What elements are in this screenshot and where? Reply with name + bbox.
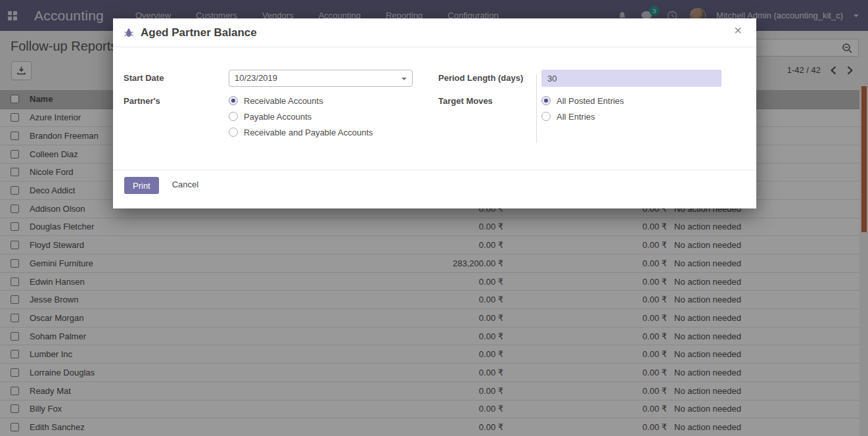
modal-body: Start Date 10/23/2019 Partner's Receivab… — [113, 47, 756, 170]
radio-icon — [229, 112, 238, 121]
bug-icon — [124, 28, 134, 38]
radio-option[interactable]: Payable Accounts — [229, 109, 428, 124]
radio-icon — [229, 96, 238, 105]
print-button[interactable]: Print — [124, 177, 159, 194]
partners-label: Partner's — [124, 93, 229, 140]
modal-footer: Print Cancel — [113, 170, 756, 208]
close-icon[interactable]: × — [730, 22, 746, 38]
radio-label: All Entries — [557, 112, 595, 122]
modal-header: Aged Partner Balance × — [113, 18, 756, 47]
radio-label: Receivable and Payable Accounts — [244, 128, 373, 137]
group-separator — [536, 74, 537, 143]
screen: Accounting Overview Customers Vendors Ac… — [0, 0, 868, 436]
radio-option[interactable]: Receivable and Payable Accounts — [229, 124, 428, 140]
chevron-down-icon — [401, 78, 407, 80]
radio-option[interactable]: All Entries — [541, 109, 746, 124]
start-date-value: 10/23/2019 — [235, 73, 277, 83]
radio-label: All Posted Entries — [557, 96, 624, 106]
radio-icon — [541, 96, 551, 105]
period-length-label: Period Length (days) — [438, 70, 541, 87]
start-date-input[interactable]: 10/23/2019 — [229, 70, 413, 87]
aged-partner-balance-dialog: Aged Partner Balance × Start Date 10/23/… — [113, 18, 756, 208]
radio-icon — [229, 128, 238, 137]
right-field-group: Period Length (days) 30 Target Moves All… — [428, 70, 746, 170]
radio-label: Payable Accounts — [244, 112, 311, 122]
radio-icon — [541, 112, 551, 121]
modal-title: Aged Partner Balance — [141, 26, 257, 39]
target-moves-label: Target Moves — [438, 93, 541, 124]
radio-label: Receivable Accounts — [244, 96, 323, 106]
start-date-label: Start Date — [124, 70, 229, 87]
radio-option[interactable]: All Posted Entries — [541, 93, 746, 109]
cancel-button[interactable]: Cancel — [172, 177, 198, 192]
period-length-input[interactable]: 30 — [541, 70, 721, 87]
radio-option[interactable]: Receivable Accounts — [229, 93, 428, 109]
left-field-group: Start Date 10/23/2019 Partner's Receivab… — [124, 70, 428, 170]
